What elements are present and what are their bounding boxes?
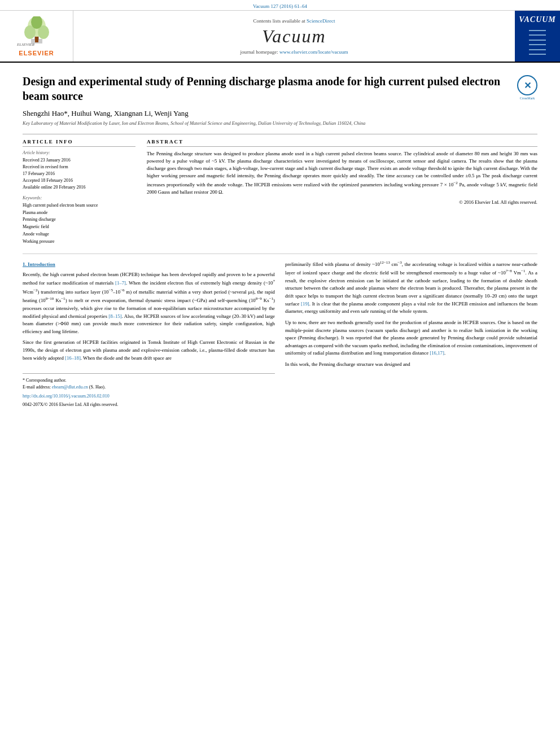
vacuum-badge-decoration: ▬▬▬▬▬▬▬▬▬▬▬▬▬▬▬▬▬▬▬▬▬▬▬▬▬▬▬▬▬▬ bbox=[527, 28, 548, 56]
footer-section: * Corresponding author. E-mail address: … bbox=[23, 373, 275, 408]
contents-available-line: Contents lists available at ScienceDirec… bbox=[253, 18, 335, 24]
body-columns: 1. Introduction Recently, the high curre… bbox=[23, 254, 537, 408]
keyword-5: Anode voltage bbox=[23, 231, 135, 238]
journal-header: ELSEVIER ELSEVIER Contents lists availab… bbox=[0, 11, 560, 63]
svg-text:ELSEVIER: ELSEVIER bbox=[16, 42, 35, 47]
journal-reference: Vacuum 127 (2016) 61–64 bbox=[0, 0, 560, 11]
intro-para-2: Since the first generation of HCPEB faci… bbox=[23, 339, 275, 362]
keyword-2: Plasma anode bbox=[23, 209, 135, 217]
email-suffix: (S. Hao). bbox=[89, 385, 106, 390]
issn-line: 0042-207X/© 2016 Elsevier Ltd. All right… bbox=[23, 401, 275, 408]
journal-ref-text: Vacuum 127 (2016) 61–64 bbox=[253, 3, 307, 9]
email-link[interactable]: ebeam@dlut.edu.cn bbox=[52, 385, 88, 390]
journal-homepage-line: journal homepage: www.elsevier.com/locat… bbox=[240, 49, 348, 55]
history-revised-label: Received in revised form bbox=[23, 164, 135, 171]
ref-8-15[interactable]: [8–15] bbox=[108, 313, 121, 319]
ref-19[interactable]: [19] bbox=[301, 301, 309, 307]
intro-para-1: Recently, the high current pulsed electr… bbox=[23, 271, 275, 336]
right-para-3: In this work, the Penning discharge stru… bbox=[285, 361, 537, 369]
elsevier-brand-text: ELSEVIER bbox=[19, 50, 54, 56]
journal-center-block: Contents lists available at ScienceDirec… bbox=[73, 11, 515, 62]
abstract-text: The Penning discharge structure was desi… bbox=[147, 150, 537, 196]
history-online: Available online 20 February 2016 bbox=[23, 184, 135, 191]
keyword-1: High current pulsed electron beam source bbox=[23, 202, 135, 209]
doi-line[interactable]: http://dx.doi.org/10.1016/j.vacuum.2016.… bbox=[23, 393, 275, 400]
journal-url[interactable]: www.elsevier.com/locate/vacuum bbox=[279, 49, 348, 55]
ref-16-18[interactable]: [16–18] bbox=[65, 355, 81, 361]
keywords-label: Keywords: bbox=[23, 195, 135, 200]
ref-1-7[interactable]: [1–7] bbox=[115, 280, 126, 286]
right-para-1: preliminarily filled with plasma of dens… bbox=[285, 260, 537, 316]
article-title-section: ✕ CrossMark Design and experimental stud… bbox=[23, 74, 537, 103]
article-info-panel: ARTICLE INFO Article history: Received 2… bbox=[23, 139, 135, 246]
keyword-4: Magnetic field bbox=[23, 224, 135, 231]
crossmark-badge[interactable]: ✕ CrossMark bbox=[517, 75, 537, 100]
elsevier-logo-block: ELSEVIER ELSEVIER bbox=[0, 11, 73, 62]
corresponding-author-note: * Corresponding author. bbox=[23, 377, 275, 384]
vacuum-badge-title: VACUUM bbox=[519, 15, 556, 24]
svg-rect-6 bbox=[35, 37, 38, 42]
keyword-6: Working pressure bbox=[23, 238, 135, 246]
history-label: Article history: bbox=[23, 150, 135, 155]
info-abstract-block: ARTICLE INFO Article history: Received 2… bbox=[23, 134, 537, 246]
keyword-3: Penning discharge bbox=[23, 216, 135, 224]
authors-line: Shengzhi Hao*, Huihui Wang, Xiangnan Li,… bbox=[23, 109, 537, 118]
sciencedirect-link[interactable]: ScienceDirect bbox=[307, 18, 335, 24]
affiliation: Key Laboratory of Material Modification … bbox=[23, 120, 537, 127]
intro-heading: 1. Introduction bbox=[23, 261, 275, 269]
ref-16-17[interactable]: [16,17] bbox=[430, 350, 444, 356]
crossmark-label: CrossMark bbox=[517, 97, 537, 100]
copyright-line: © 2016 Elsevier Ltd. All rights reserved… bbox=[147, 199, 537, 205]
elsevier-tree-icon: ELSEVIER bbox=[14, 16, 59, 47]
journal-title: Vacuum bbox=[262, 26, 326, 47]
abstract-heading: ABSTRACT bbox=[147, 139, 537, 147]
body-right-column: preliminarily filled with plasma of dens… bbox=[285, 260, 537, 408]
article-info-heading: ARTICLE INFO bbox=[23, 139, 135, 147]
history-accepted: Accepted 18 February 2016 bbox=[23, 177, 135, 184]
body-left-column: 1. Introduction Recently, the high curre… bbox=[23, 260, 275, 408]
history-revised-date: 17 February 2016 bbox=[23, 171, 135, 177]
crossmark-icon: ✕ bbox=[524, 80, 531, 91]
article-title: Design and experimental study of Penning… bbox=[23, 74, 537, 103]
email-line: E-mail address: ebeam@dlut.edu.cn (S. Ha… bbox=[23, 384, 275, 391]
doi-link[interactable]: http://dx.doi.org/10.1016/j.vacuum.2016.… bbox=[23, 394, 110, 399]
abstract-panel: ABSTRACT The Penning discharge structure… bbox=[147, 139, 537, 246]
authors-text: Shengzhi Hao*, Huihui Wang, Xiangnan Li,… bbox=[23, 109, 189, 117]
right-para-2: Up to now, there are two methods general… bbox=[285, 319, 537, 357]
history-received: Received 23 January 2016 bbox=[23, 157, 135, 164]
vacuum-badge: VACUUM ▬▬▬▬▬▬▬▬▬▬▬▬▬▬▬▬▬▬▬▬▬▬▬▬▬▬▬▬▬▬ bbox=[515, 11, 560, 62]
main-content: ✕ CrossMark Design and experimental stud… bbox=[0, 63, 560, 420]
